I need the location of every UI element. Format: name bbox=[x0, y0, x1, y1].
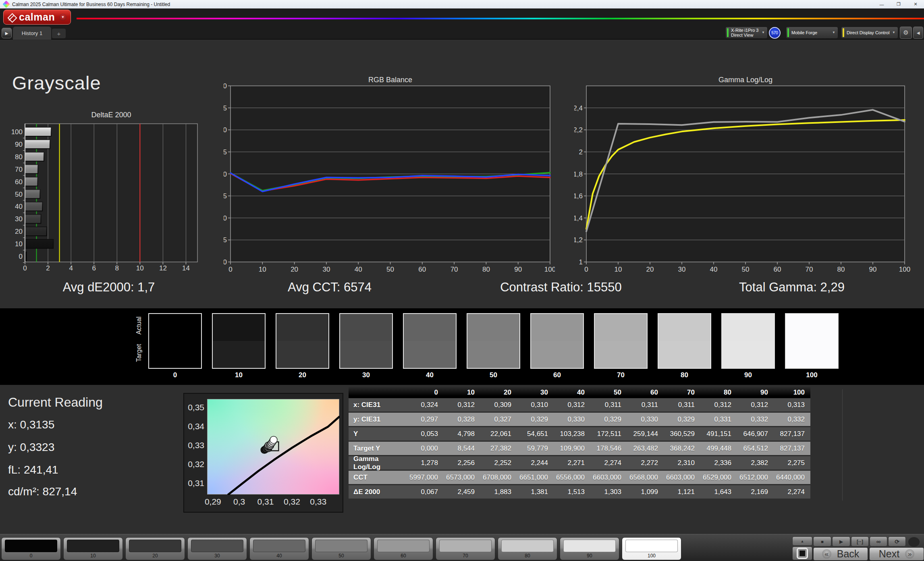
swatch-actual bbox=[658, 314, 710, 341]
table-cell: 2,252 bbox=[480, 456, 517, 471]
table-cell: 0,312 bbox=[737, 398, 774, 413]
axis-label: 10 bbox=[15, 240, 23, 248]
table-cell: 2,271 bbox=[554, 456, 590, 471]
swatch-level-label: 10 bbox=[212, 371, 266, 379]
swatch-actual bbox=[531, 314, 583, 341]
chevron-down-icon: ▼ bbox=[762, 30, 765, 35]
cie-point bbox=[270, 436, 277, 443]
axis-label: 10 bbox=[259, 266, 266, 273]
pattern-level-button-50[interactable]: 50 bbox=[311, 537, 371, 560]
table-cell: 827,137 bbox=[774, 427, 810, 442]
table-cell: 5997,000 bbox=[407, 471, 444, 485]
table-cell: 0,312 bbox=[554, 398, 590, 413]
pattern-level-button-90[interactable]: 90 bbox=[560, 537, 619, 560]
stop-button[interactable]: ■ bbox=[813, 536, 831, 546]
axis-label: 1,2 bbox=[574, 236, 583, 244]
swatch-actual bbox=[276, 314, 328, 341]
meter-count-badge[interactable]: 570 bbox=[769, 27, 781, 39]
meter-dropdown-display-control[interactable]: Direct Display Control ▼ bbox=[841, 27, 898, 39]
axis-label: 90 bbox=[224, 214, 227, 222]
table-cell: 2,244 bbox=[517, 456, 554, 471]
pattern-swatch bbox=[563, 540, 616, 552]
axis-label: Gamma Log/Log bbox=[718, 76, 772, 84]
pattern-level-button-10[interactable]: 10 bbox=[63, 537, 123, 560]
axis-label: 100 bbox=[224, 170, 227, 178]
cie-xtick-label: 0,3 bbox=[225, 497, 253, 507]
pattern-level-button-20[interactable]: 20 bbox=[125, 537, 185, 560]
add-tab-button[interactable]: + bbox=[52, 29, 66, 38]
swatch-90 bbox=[721, 313, 775, 369]
pattern-level-button-100[interactable]: 100 bbox=[622, 537, 681, 560]
collapse-panel-button[interactable]: ◀ bbox=[913, 27, 923, 39]
axis-label: 40 bbox=[15, 203, 23, 210]
table-cell: 6708,000 bbox=[480, 471, 517, 485]
table-cell: 54,651 bbox=[517, 427, 554, 442]
pattern-level-label: 20 bbox=[126, 553, 185, 559]
swatch-target bbox=[467, 341, 519, 368]
patch-window-button[interactable] bbox=[792, 546, 812, 560]
pattern-level-button-80[interactable]: 80 bbox=[498, 537, 557, 560]
close-button[interactable]: ✕ bbox=[907, 0, 924, 8]
table-cell: 59,779 bbox=[517, 442, 554, 456]
cie-ytick-label: 0,35 bbox=[184, 403, 204, 412]
table-cell: 27,382 bbox=[480, 442, 517, 456]
pattern-level-button-30[interactable]: 30 bbox=[187, 537, 247, 560]
meter-dropdown-mobile-forge[interactable]: Mobile Forge ▼ bbox=[786, 27, 838, 39]
table-cell: 6440,000 bbox=[774, 471, 810, 485]
meter-dropdown-i1pro3[interactable]: X-Rite i1Pro 3 Direct View ▼ bbox=[725, 27, 768, 39]
table-col-header: 0 bbox=[407, 387, 444, 398]
tab-history-1[interactable]: History 1 bbox=[13, 27, 51, 39]
calman-menu-button[interactable]: calman ▼ bbox=[3, 10, 71, 25]
table-row-label: Gamma Log/Log bbox=[349, 456, 407, 471]
grayscale-swatch-strip: Actual Target 0102030405060708090100 bbox=[0, 308, 924, 385]
pattern-level-button-40[interactable]: 40 bbox=[249, 537, 309, 560]
swatch-50 bbox=[467, 313, 520, 369]
axis-label: 1,8 bbox=[574, 170, 583, 178]
pattern-swatch bbox=[191, 540, 243, 552]
maximize-button[interactable]: ❐ bbox=[890, 0, 907, 8]
continuous-measure-button[interactable]: ∞ bbox=[870, 536, 887, 546]
series-measure-button[interactable]: [··] bbox=[851, 536, 869, 546]
table-cell: 6556,000 bbox=[554, 471, 590, 485]
minimize-button[interactable]: — bbox=[873, 0, 890, 8]
play-button[interactable]: ▶ bbox=[832, 536, 850, 546]
pattern-level-button-0[interactable]: 0 bbox=[1, 537, 61, 560]
swatch-target bbox=[722, 341, 774, 368]
table-corner-cell bbox=[349, 387, 407, 398]
pattern-level-label: 10 bbox=[64, 553, 123, 559]
swatch-70 bbox=[594, 313, 648, 369]
table-col-header: 80 bbox=[700, 387, 737, 398]
chevron-down-icon: ▼ bbox=[59, 14, 66, 21]
axis-label: 80 bbox=[482, 266, 490, 273]
collapse-up-button[interactable]: ▲ bbox=[792, 536, 812, 546]
tab-scroll-button[interactable]: ▶ bbox=[2, 28, 12, 38]
settings-button[interactable]: ⚙ bbox=[900, 27, 912, 39]
cie-xtick-label: 0,33 bbox=[304, 497, 332, 507]
table-cell: 259,144 bbox=[627, 427, 664, 442]
chevron-down-icon: ▼ bbox=[832, 30, 835, 35]
stat-avg-de2000: Avg dE2000: 1,7 bbox=[8, 280, 210, 295]
swatch-actual bbox=[467, 314, 519, 341]
measurement-table: 0102030405060708090100x: CIE310,3240,312… bbox=[349, 387, 810, 500]
pattern-level-button-70[interactable]: 70 bbox=[436, 537, 495, 560]
table-cell: 0,311 bbox=[627, 398, 664, 413]
pattern-level-button-60[interactable]: 60 bbox=[374, 537, 433, 560]
deltae-bar-shade bbox=[25, 127, 51, 136]
chevron-left-icon: ◀ bbox=[917, 31, 920, 35]
axis-label: 115 bbox=[224, 104, 227, 112]
infinity-icon: ∞ bbox=[876, 538, 881, 545]
back-button[interactable]: « Back bbox=[813, 547, 868, 561]
axis-label: 120 bbox=[224, 82, 227, 90]
deltae-bar-shade bbox=[25, 239, 53, 248]
repeat-button[interactable]: ⟳ bbox=[888, 536, 906, 546]
next-button[interactable]: Next » bbox=[869, 547, 924, 561]
axis-label: 20 bbox=[646, 266, 654, 273]
axis-label: DeltaE 2000 bbox=[91, 111, 131, 119]
reading-fl: fL: 241,41 bbox=[8, 463, 58, 476]
cie-xtick-label: 0,31 bbox=[251, 497, 280, 507]
swatch-80 bbox=[658, 313, 711, 369]
axis-label: 100 bbox=[899, 266, 910, 273]
reading-cdm2: cd/m²: 827,14 bbox=[8, 485, 77, 498]
axis-label: 20 bbox=[291, 266, 298, 273]
swatch-level-label: 80 bbox=[658, 371, 711, 379]
